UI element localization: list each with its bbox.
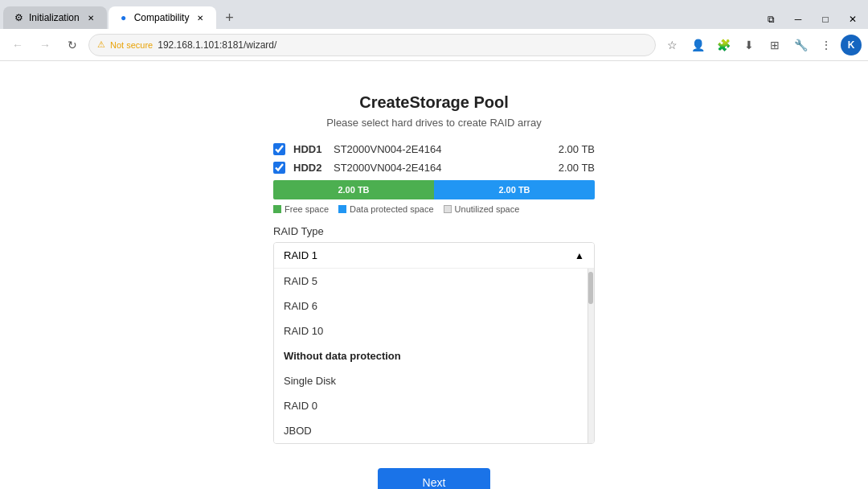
tab-bar: ⚙ Initialization ✕ ● Compatibility ✕ + ⧉… [0,0,868,29]
raid-type-dropdown[interactable]: RAID 1 ▲ RAID 5 RAID 6 RAID 10 Without d… [273,242,595,444]
bookmark-icon-btn[interactable]: ☆ [661,34,683,56]
raid-option-jbod[interactable]: JBOD [274,418,594,443]
tab-initialization[interactable]: ⚙ Initialization ✕ [3,6,107,29]
next-button[interactable]: Next [378,468,490,489]
storage-legend: Free space Data protected space Unutiliz… [273,204,595,214]
raid-selected-value: RAID 1 [284,249,317,261]
raid-option-6[interactable]: RAID 6 [274,294,594,318]
hdd2-size: 2.00 TB [559,162,595,174]
hdd1-size: 2.00 TB [559,143,595,155]
wizard-subtitle: Please select hard drives to create RAID… [273,117,595,129]
legend-unutilized-label: Unutilized space [455,204,520,214]
raid-option-single-disk[interactable]: Single Disk [274,368,594,393]
legend-free-label: Free space [285,204,329,214]
hdd1-checkbox[interactable] [273,143,285,155]
raid-option-5[interactable]: RAID 5 [274,269,594,294]
url-text: 192.168.1.101:8181/wizard/ [158,39,276,51]
chevron-up-icon: ▲ [575,250,584,261]
security-label: Not secure [110,40,153,50]
bar-free-space: 2.00 TB [273,180,434,199]
raid-option-10[interactable]: RAID 10 [274,318,594,343]
tab-compatibility[interactable]: ● Compatibility ✕ [108,6,217,29]
page-content: CreateStorage Pool Please select hard dr… [0,61,868,489]
tab-init-close[interactable]: ✕ [84,11,97,24]
tab-init-icon: ⚙ [13,12,24,23]
legend-protected: Data protected space [338,204,434,214]
settings-icon-btn[interactable]: ⋮ [815,34,837,56]
drive-row-hdd1: HDD1 ST2000VN004-2E4164 2.00 TB [273,143,595,155]
minimize-btn[interactable]: ─ [786,10,810,29]
tab-compat-icon: ● [118,12,129,23]
legend-protected-label: Data protected space [350,204,434,214]
extensions2-icon-btn[interactable]: 🔧 [789,34,812,56]
bar-free-label: 2.00 TB [338,185,369,195]
wizard-title: CreateStorage Pool [273,93,595,112]
downloads-icon-btn[interactable]: ⬇ [738,34,760,56]
scrollbar-thumb[interactable] [588,272,593,304]
refresh-button[interactable]: ↻ [61,34,84,56]
profile-icon-btn[interactable]: 👤 [686,34,709,56]
legend-unutilized-dot [444,205,452,213]
raid-option-0[interactable]: RAID 0 [274,393,594,418]
raid-type-label: RAID Type [273,225,595,237]
drive-row-hdd2: HDD2 ST2000VN004-2E4164 2.00 TB [273,162,595,174]
tab-compat-close[interactable]: ✕ [194,11,207,24]
tab-init-label: Initialization [29,12,80,23]
hdd2-model: ST2000VN004-2E4164 [334,162,551,174]
nav-bar: ← → ↻ ⚠ Not secure 192.168.1.101:8181/wi… [0,29,868,61]
raid-category-no-protection: Without data protection [274,343,594,368]
legend-unutilized: Unutilized space [444,204,520,214]
tab-compat-label: Compatibility [134,12,190,23]
raid-selected-row[interactable]: RAID 1 ▲ [274,243,594,269]
hdd2-name: HDD2 [293,162,326,174]
storage-bar: 2.00 TB 2.00 TB [273,180,595,199]
bar-protected-label: 2.00 TB [498,185,530,195]
raid-options-container: RAID 5 RAID 6 RAID 10 Without data prote… [274,269,594,443]
legend-protected-dot [338,205,346,213]
window-controls: ⧉ ─ □ ✕ [759,10,865,29]
wizard-container: CreateStorage Pool Please select hard dr… [273,93,595,489]
close-btn[interactable]: ✕ [841,10,865,29]
apps-icon-btn[interactable]: ⊞ [764,34,786,56]
nav-right-controls: ☆ 👤 🧩 ⬇ ⊞ 🔧 ⋮ K [661,34,862,56]
raid-options-list: RAID 5 RAID 6 RAID 10 Without data prote… [274,269,594,443]
hdd1-model: ST2000VN004-2E4164 [334,143,551,155]
security-icon: ⚠ [97,39,105,50]
address-bar[interactable]: ⚠ Not secure 192.168.1.101:8181/wizard/ [88,34,656,56]
legend-free-dot [273,205,281,213]
scrollbar-track [588,269,594,443]
bar-protected-space: 2.00 TB [434,180,595,199]
hdd2-checkbox[interactable] [273,162,285,174]
forward-button[interactable]: → [34,34,56,56]
hdd1-name: HDD1 [293,143,326,155]
legend-free: Free space [273,204,329,214]
raid-type-dropdown-wrapper: RAID 1 ▲ RAID 5 RAID 6 RAID 10 Without d… [273,242,595,444]
picture-in-picture-btn[interactable]: ⧉ [759,10,783,29]
new-tab-button[interactable]: + [218,6,240,29]
browser-window: ⚙ Initialization ✕ ● Compatibility ✕ + ⧉… [0,0,868,489]
extension-icon-btn[interactable]: 🧩 [712,34,735,56]
back-button[interactable]: ← [6,34,29,56]
user-avatar[interactable]: K [841,35,862,55]
maximize-btn[interactable]: □ [813,10,837,29]
